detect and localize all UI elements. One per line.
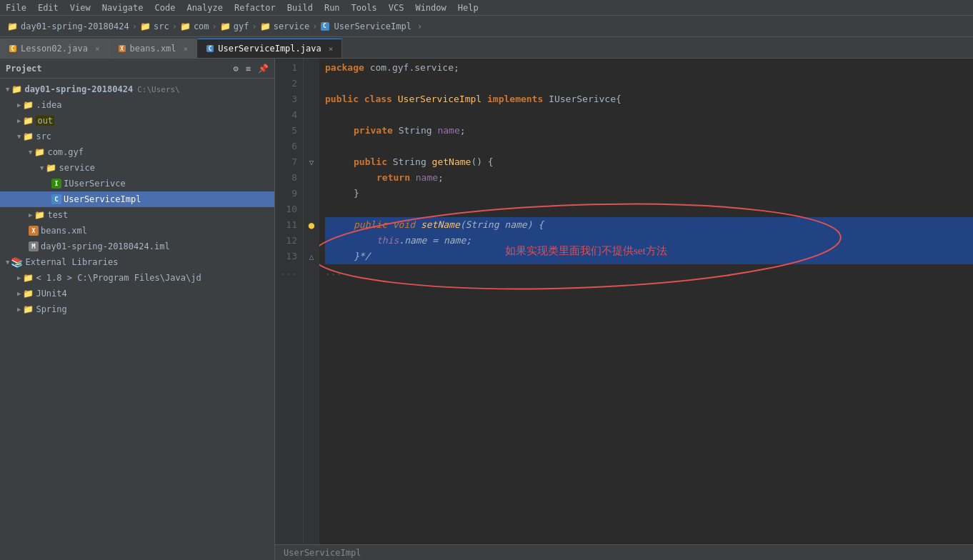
- menu-file[interactable]: File: [6, 3, 26, 13]
- breadcrumb-class-icon: C: [321, 22, 329, 31]
- breadcrumb-sep5: ›: [312, 21, 317, 31]
- project-tree: ▼ 📁 day01-spring-20180424 C:\Users\ ▶ 📁 …: [0, 79, 274, 560]
- menu-bar: File Edit View Navigate Code Analyze Ref…: [0, 0, 973, 16]
- tree-service-label: service: [59, 163, 95, 173]
- menu-tools[interactable]: Tools: [351, 3, 377, 13]
- project-collapse-icon[interactable]: ≡: [246, 64, 251, 74]
- menu-analyze[interactable]: Analyze: [186, 3, 223, 13]
- tree-root-path: C:\Users\: [137, 85, 180, 94]
- menu-window[interactable]: Window: [415, 3, 446, 13]
- gutter-area: ▽ ● △: [304, 59, 319, 544]
- code-line-9: }: [325, 186, 973, 201]
- tree-out-icon: 📁: [22, 116, 34, 125]
- tree-test-label: test: [47, 210, 68, 220]
- code-line-7: public String getName() {: [325, 154, 973, 170]
- tree-extlibs-label: External Libraries: [25, 257, 118, 267]
- tree-iuserserivce[interactable]: I IUserSerivce: [0, 176, 274, 191]
- tree-service-icon: 📁: [45, 164, 56, 172]
- tree-spring-label: Spring: [36, 304, 66, 314]
- breadcrumb-project[interactable]: day01-spring-20180424: [21, 21, 129, 31]
- code-line-8: return name;: [325, 170, 973, 186]
- tab-close-userserviceimpl[interactable]: ×: [329, 44, 334, 54]
- code-line-dots: ...: [325, 264, 973, 280]
- tree-jdk-label: < 1.8 > C:\Program Files\Java\jd: [36, 273, 201, 283]
- menu-edit[interactable]: Edit: [38, 3, 59, 13]
- breadcrumb-src[interactable]: src: [154, 21, 169, 31]
- tab-userserviceimpl[interactable]: C UserServiceImpl.java ×: [197, 39, 342, 58]
- tree-service[interactable]: ▼ 📁 service: [0, 160, 274, 176]
- code-line-10: [325, 201, 973, 217]
- tab-label-lesson02: Lesson02.java: [21, 44, 88, 54]
- tree-beansxml[interactable]: X beans.xml: [0, 223, 274, 239]
- tree-jdk[interactable]: ▶ 📁 < 1.8 > C:\Program Files\Java\jd: [0, 270, 274, 286]
- breadcrumb-com[interactable]: com: [194, 21, 209, 31]
- project-panel: Project ⚙ ≡ 📌 ▼ 📁 day01-spring-20180424 …: [0, 59, 275, 560]
- project-header: Project ⚙ ≡ 📌: [0, 59, 274, 79]
- menu-view[interactable]: View: [70, 3, 91, 13]
- tree-userserviceimpl[interactable]: C UserServiceImpl: [0, 191, 274, 207]
- code-line-2: [325, 76, 973, 91]
- breadcrumb-class[interactable]: UserServiceImpl: [334, 21, 411, 31]
- gutter-fold-7[interactable]: ▽: [309, 158, 314, 167]
- breadcrumb-gyf-icon: 📁: [220, 21, 231, 31]
- menu-build[interactable]: Build: [287, 3, 313, 13]
- tree-idea[interactable]: ▶ 📁 .idea: [0, 97, 274, 113]
- class-icon: C: [51, 194, 61, 204]
- tree-junit[interactable]: ▶ 📁 JUnit4: [0, 286, 274, 301]
- menu-vcs[interactable]: VCS: [389, 3, 404, 13]
- tree-root-label: day01-spring-20180424: [24, 84, 133, 94]
- menu-help[interactable]: Help: [458, 3, 479, 13]
- tab-close-beans[interactable]: ×: [184, 44, 189, 54]
- project-pin-icon[interactable]: 📌: [258, 64, 269, 74]
- gutter-fold-13[interactable]: △: [309, 252, 314, 261]
- xml-icon: X: [29, 226, 39, 236]
- code-content[interactable]: package com.gyf.service; public class Us…: [319, 59, 973, 544]
- tree-beansxml-label: beans.xml: [41, 226, 87, 236]
- breadcrumb-sep2: ›: [172, 21, 177, 31]
- tree-extlibs[interactable]: ▼ 📚 External Libraries: [0, 254, 274, 270]
- tree-extlibs-arrow: ▼: [6, 259, 9, 266]
- menu-refactor[interactable]: Refactor: [234, 3, 276, 13]
- tree-src-label: src: [36, 131, 51, 141]
- menu-code[interactable]: Code: [155, 3, 176, 13]
- tree-comgyf-arrow: ▼: [29, 149, 32, 156]
- tree-src[interactable]: ▼ 📁 src: [0, 129, 274, 144]
- breadcrumb-service[interactable]: service: [274, 21, 310, 31]
- code-line-13: }*/: [325, 249, 973, 264]
- tab-label-beans: beans.xml: [130, 44, 176, 54]
- tree-iml[interactable]: M day01-spring-20180424.iml: [0, 239, 274, 254]
- tree-out[interactable]: ▶ 📁 out: [0, 113, 274, 129]
- tree-junit-arrow: ▶: [17, 290, 21, 297]
- tree-comgyf-icon: 📁: [34, 148, 45, 156]
- tree-root[interactable]: ▼ 📁 day01-spring-20180424 C:\Users\: [0, 81, 274, 97]
- project-settings-icon[interactable]: ⚙: [234, 64, 239, 74]
- tab-icon-lesson02: C: [9, 45, 16, 52]
- tab-close-lesson02[interactable]: ×: [95, 44, 100, 54]
- code-line-12: this.name = name;: [325, 233, 973, 249]
- tree-junit-label: JUnit4: [36, 289, 66, 299]
- tree-jdk-icon: 📁: [22, 274, 34, 282]
- interface-icon: I: [51, 179, 61, 189]
- tree-root-arrow: ▼: [6, 86, 9, 93]
- tree-spring[interactable]: ▶ 📁 Spring: [0, 301, 274, 317]
- breadcrumb-com-icon: 📁: [180, 21, 191, 31]
- tree-comgyf[interactable]: ▼ 📁 com.gyf: [0, 144, 274, 160]
- breadcrumb-sep4: ›: [251, 21, 256, 31]
- tree-test[interactable]: ▶ 📁 test: [0, 207, 274, 223]
- code-editor[interactable]: 1 2 3 4 5 6 7 8 9 10 11 12 13 ...: [275, 59, 973, 544]
- tree-idea-label: .idea: [36, 100, 61, 110]
- code-line-4: [325, 107, 973, 123]
- gutter-fold-11[interactable]: ●: [309, 219, 314, 231]
- breadcrumb-folder-icon: 📁: [7, 21, 18, 31]
- tree-src-icon: 📁: [22, 132, 34, 141]
- tab-icon-userserviceimpl: C: [206, 45, 214, 52]
- tab-lesson02[interactable]: C Lesson02.java ×: [0, 39, 109, 58]
- tab-beans[interactable]: X beans.xml ×: [109, 39, 198, 58]
- tree-service-arrow: ▼: [40, 164, 44, 171]
- tree-root-folder-icon: 📁: [11, 85, 22, 94]
- tree-idea-arrow: ▶: [17, 101, 21, 109]
- code-line-1: package com.gyf.service;: [325, 60, 973, 76]
- menu-navigate[interactable]: Navigate: [102, 3, 144, 13]
- breadcrumb-gyf[interactable]: gyf: [234, 21, 249, 31]
- menu-run[interactable]: Run: [324, 3, 340, 13]
